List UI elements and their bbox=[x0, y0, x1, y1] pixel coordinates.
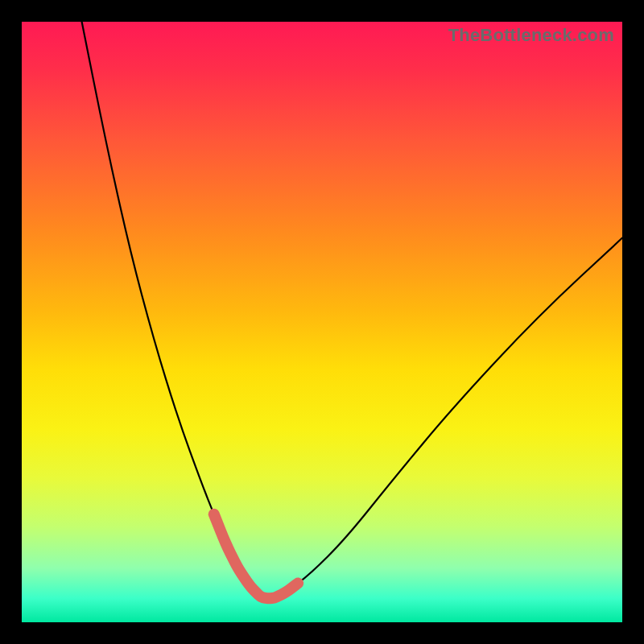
curve-svg bbox=[22, 22, 622, 622]
bottleneck-curve-path bbox=[82, 22, 622, 598]
chart-frame: TheBottleneck.com bbox=[0, 0, 644, 644]
plot-area: TheBottleneck.com bbox=[22, 22, 622, 622]
highlight-segment bbox=[214, 514, 298, 598]
